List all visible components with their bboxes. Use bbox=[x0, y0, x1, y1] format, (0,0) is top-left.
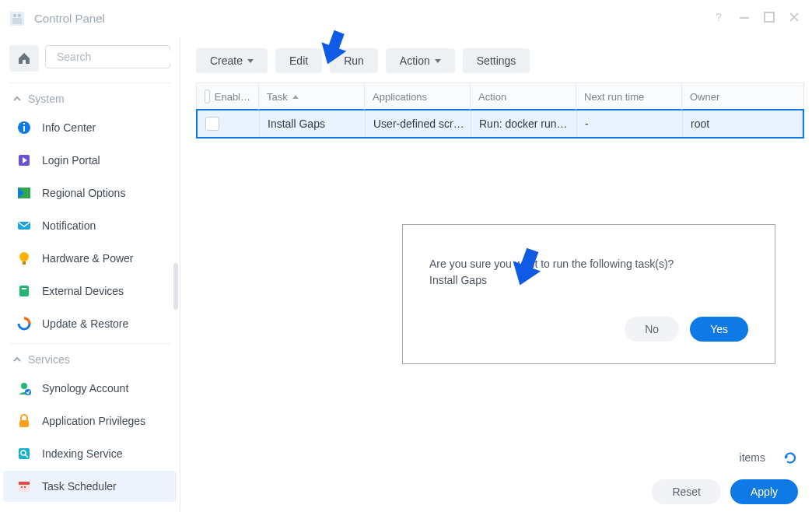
svg-rect-22 bbox=[19, 420, 29, 427]
maximize-icon[interactable] bbox=[764, 12, 775, 25]
task-table: Enabl… Task Applications Action Next run… bbox=[196, 82, 804, 139]
svg-rect-19 bbox=[22, 288, 26, 289]
indexing-icon bbox=[16, 445, 33, 462]
col-owner[interactable]: Owner bbox=[682, 83, 803, 110]
sidebar-item-label: Indexing Service bbox=[42, 447, 123, 460]
svg-rect-28 bbox=[19, 485, 30, 492]
chevron-up-icon bbox=[12, 94, 22, 103]
app-icon bbox=[8, 9, 26, 28]
sidebar-item-label: External Devices bbox=[42, 285, 124, 297]
yes-button[interactable]: Yes bbox=[690, 317, 748, 342]
annotation-arrow-yes bbox=[507, 246, 546, 288]
svg-rect-5 bbox=[740, 17, 749, 19]
chevron-down-icon bbox=[435, 59, 441, 63]
sidebar-item-notification[interactable]: Notification bbox=[3, 210, 177, 241]
sidebar-item-label: Task Scheduler bbox=[42, 480, 117, 493]
section-services-label: Services bbox=[28, 353, 70, 366]
sidebar-item-indexing-service[interactable]: Indexing Service bbox=[3, 438, 177, 469]
sidebar-item-update-restore[interactable]: Update & Restore bbox=[3, 308, 177, 339]
info-icon bbox=[16, 119, 33, 136]
col-action[interactable]: Action bbox=[471, 83, 576, 110]
sidebar-item-synology-account[interactable]: Synology Account bbox=[3, 373, 177, 404]
help-icon[interactable]: ? bbox=[712, 11, 725, 26]
section-services[interactable]: Services bbox=[0, 347, 180, 372]
calendar-icon bbox=[16, 478, 33, 495]
portal-icon bbox=[16, 152, 33, 169]
sort-asc-icon bbox=[292, 95, 299, 99]
col-next-run[interactable]: Next run time bbox=[576, 83, 682, 110]
search-input[interactable] bbox=[57, 51, 170, 63]
svg-rect-29 bbox=[21, 486, 23, 488]
header-checkbox[interactable] bbox=[205, 89, 210, 103]
svg-rect-27 bbox=[19, 482, 30, 485]
col-task[interactable]: Task bbox=[259, 83, 365, 110]
notification-icon bbox=[16, 217, 33, 234]
search-box[interactable] bbox=[45, 45, 170, 68]
lock-icon bbox=[16, 412, 33, 430]
restore-icon bbox=[16, 315, 33, 332]
titlebar: Control Panel ? bbox=[0, 0, 812, 37]
no-button[interactable]: No bbox=[625, 317, 679, 342]
apply-button[interactable]: Apply bbox=[730, 479, 798, 504]
globe-icon bbox=[16, 184, 33, 202]
row-checkbox[interactable] bbox=[205, 117, 219, 131]
col-applications[interactable]: Applications bbox=[365, 83, 471, 110]
sidebar: System Info Center Login Portal Regional… bbox=[0, 37, 180, 512]
window-title: Control Panel bbox=[34, 12, 105, 25]
confirm-dialog: Are you sure you want to run the followi… bbox=[402, 224, 775, 364]
scrollbar-thumb[interactable] bbox=[173, 263, 178, 310]
sidebar-item-label: Update & Restore bbox=[42, 317, 128, 330]
sidebar-item-label: Regional Options bbox=[42, 187, 125, 199]
svg-rect-18 bbox=[19, 286, 29, 296]
sidebar-item-task-scheduler[interactable]: Task Scheduler bbox=[3, 471, 177, 502]
section-system[interactable]: System bbox=[0, 86, 180, 111]
reset-button[interactable]: Reset bbox=[652, 479, 721, 504]
toolbar: Create Edit Run Action Settings bbox=[196, 48, 804, 73]
minimize-icon[interactable] bbox=[739, 12, 750, 25]
svg-rect-11 bbox=[23, 123, 25, 124]
sidebar-item-info-center[interactable]: Info Center bbox=[3, 112, 177, 143]
close-icon[interactable] bbox=[789, 12, 800, 25]
table-header: Enabl… Task Applications Action Next run… bbox=[197, 83, 803, 110]
sidebar-item-label: Info Center bbox=[42, 121, 96, 134]
cell-next-run: - bbox=[577, 110, 683, 137]
cell-task: Install Gaps bbox=[260, 110, 366, 137]
sidebar-item-application-privileges[interactable]: Application Privileges bbox=[3, 405, 177, 437]
svg-text:?: ? bbox=[716, 11, 722, 23]
table-row[interactable]: Install Gaps User-defined scr… Run: dock… bbox=[196, 109, 804, 139]
main-panel: Create Edit Run Action Settings Enabl… T… bbox=[180, 37, 812, 512]
create-button[interactable]: Create bbox=[196, 48, 268, 73]
svg-point-3 bbox=[18, 14, 21, 17]
svg-marker-33 bbox=[507, 246, 546, 288]
svg-point-20 bbox=[21, 383, 27, 389]
svg-marker-32 bbox=[316, 28, 352, 67]
svg-rect-17 bbox=[23, 261, 26, 265]
dialog-message: Are you sure you want to run the followi… bbox=[429, 256, 748, 289]
sidebar-item-label: Notification bbox=[42, 219, 96, 232]
items-count-label: items bbox=[740, 451, 765, 464]
chevron-down-icon bbox=[247, 59, 254, 63]
col-enabled[interactable]: Enabl… bbox=[197, 83, 259, 110]
sidebar-item-label: Login Portal bbox=[42, 154, 100, 167]
svg-point-2 bbox=[13, 14, 16, 17]
sidebar-item-label: Application Privileges bbox=[42, 415, 145, 427]
cell-owner: root bbox=[683, 110, 803, 137]
section-system-label: System bbox=[28, 93, 65, 105]
sidebar-item-regional-options[interactable]: Regional Options bbox=[3, 177, 177, 209]
settings-button[interactable]: Settings bbox=[463, 48, 530, 73]
chevron-up-icon bbox=[12, 355, 22, 364]
sidebar-item-external-devices[interactable]: External Devices bbox=[3, 275, 177, 307]
svg-rect-30 bbox=[24, 486, 26, 488]
action-button[interactable]: Action bbox=[386, 48, 455, 73]
svg-point-16 bbox=[19, 252, 29, 261]
refresh-button[interactable] bbox=[782, 451, 798, 468]
refresh-icon bbox=[782, 451, 798, 466]
sidebar-item-login-portal[interactable]: Login Portal bbox=[3, 145, 177, 176]
svg-rect-10 bbox=[23, 126, 25, 132]
annotation-arrow-run bbox=[316, 28, 352, 67]
sidebar-item-hardware-power[interactable]: Hardware & Power bbox=[3, 243, 177, 274]
home-button[interactable] bbox=[9, 45, 39, 72]
cell-action: Run: docker run… bbox=[471, 110, 577, 137]
bulb-icon bbox=[16, 250, 33, 267]
sidebar-item-label: Synology Account bbox=[42, 382, 128, 395]
